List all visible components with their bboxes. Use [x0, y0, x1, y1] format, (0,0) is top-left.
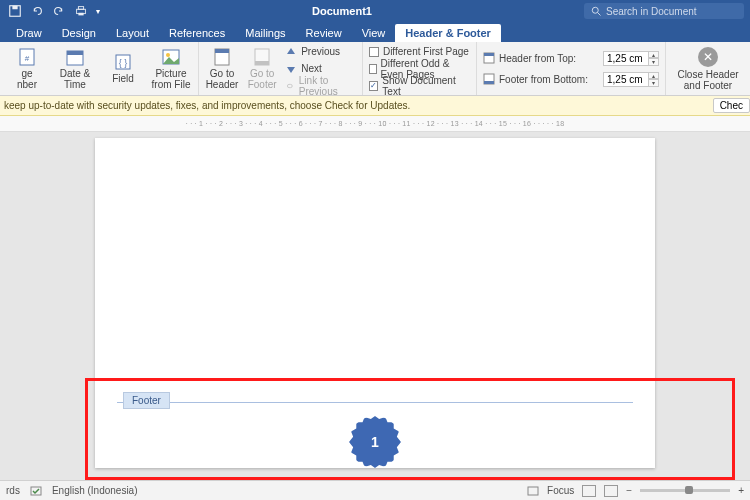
calendar-icon — [65, 47, 85, 67]
tab-header-footer[interactable]: Header & Footer — [395, 24, 501, 42]
link-previous-button: Link to Previous — [285, 78, 356, 93]
svg-text:{ }: { } — [119, 58, 128, 68]
header-top-spinner[interactable]: ▴▾ — [603, 51, 659, 66]
goto-header-button[interactable]: Go to Header — [205, 47, 239, 90]
svg-rect-18 — [255, 61, 269, 65]
svg-text:#: # — [25, 54, 30, 63]
svg-rect-16 — [215, 49, 229, 53]
page-number-icon: # — [17, 47, 37, 67]
spin-up-icon[interactable]: ▴ — [649, 72, 659, 80]
nav-stack: Previous Next Link to Previous — [285, 44, 356, 93]
save-icon[interactable] — [8, 4, 22, 18]
checkbox-checked-icon: ✓ — [369, 81, 378, 91]
spin-down-icon[interactable]: ▾ — [649, 79, 659, 87]
zoom-out-button[interactable]: − — [626, 485, 632, 496]
arrow-down-icon — [285, 63, 297, 75]
goto-header-icon — [212, 47, 232, 67]
focus-label[interactable]: Focus — [547, 485, 574, 496]
spin-up-icon[interactable]: ▴ — [649, 51, 659, 59]
search-placeholder: Search in Document — [606, 6, 697, 17]
zoom-thumb[interactable] — [685, 486, 693, 494]
document-title: Document1 — [100, 5, 584, 17]
footer-bottom-icon — [483, 73, 495, 85]
svg-rect-20 — [484, 53, 494, 56]
redo-icon[interactable] — [52, 4, 66, 18]
show-doc-checkbox[interactable]: ✓Show Document Text — [369, 78, 470, 93]
group-position: Header from Top: ▴▾ Footer from Bottom: … — [477, 42, 666, 95]
quick-access-toolbar: ▾ — [0, 4, 100, 18]
tab-layout[interactable]: Layout — [106, 24, 159, 42]
footer-separator — [117, 402, 633, 403]
previous-button[interactable]: Previous — [285, 44, 356, 59]
notice-text: keep up-to-date with security updates, f… — [4, 100, 410, 111]
checkbox-icon — [369, 64, 377, 74]
field-button[interactable]: { } Field — [102, 52, 144, 85]
date-time-button[interactable]: Date & Time — [54, 47, 96, 90]
language-indicator[interactable]: English (Indonesia) — [52, 485, 138, 496]
link-icon — [285, 80, 295, 92]
header-top-row: Header from Top: ▴▾ — [483, 51, 659, 66]
group-insert: # ge nber Date & Time { } Field Picture … — [0, 42, 199, 95]
ribbon-tabs: Draw Design Layout References Mailings R… — [0, 22, 750, 42]
group-navigation: Go to Header Go to Footer Previous Next … — [199, 42, 363, 95]
tab-references[interactable]: References — [159, 24, 235, 42]
word-count[interactable]: rds — [6, 485, 20, 496]
page-number-badge[interactable]: 1 — [353, 420, 397, 464]
goto-footer-button: Go to Footer — [245, 47, 279, 90]
horizontal-ruler[interactable]: · · · 1 · · · 2 · · · 3 · · · 4 · · · 5 … — [0, 116, 750, 132]
print-icon[interactable] — [74, 4, 88, 18]
svg-rect-3 — [78, 7, 83, 10]
tab-design[interactable]: Design — [52, 24, 106, 42]
page-number-button[interactable]: # ge nber — [6, 47, 48, 90]
title-bar: ▾ Document1 Search in Document — [0, 0, 750, 22]
group-close: ✕ Close Header and Footer — [666, 42, 750, 95]
group-options: Different First Page Different Odd & Eve… — [363, 42, 477, 95]
svg-line-6 — [598, 13, 601, 16]
tab-review[interactable]: Review — [296, 24, 352, 42]
web-layout-view-icon[interactable] — [604, 485, 618, 497]
tab-view[interactable]: View — [352, 24, 396, 42]
tab-mailings[interactable]: Mailings — [235, 24, 295, 42]
footer-bottom-row: Footer from Bottom: ▴▾ — [483, 72, 659, 87]
footer-bottom-input[interactable] — [603, 72, 649, 87]
field-icon: { } — [113, 52, 133, 72]
print-layout-view-icon[interactable] — [582, 485, 596, 497]
arrow-up-icon — [285, 46, 297, 58]
undo-icon[interactable] — [30, 4, 44, 18]
picture-icon — [161, 47, 181, 67]
focus-icon[interactable] — [527, 485, 539, 497]
picture-button[interactable]: Picture from File — [150, 47, 192, 90]
svg-rect-24 — [528, 487, 538, 495]
svg-rect-1 — [12, 6, 17, 10]
svg-rect-10 — [67, 51, 83, 55]
checkbox-icon — [369, 47, 379, 57]
svg-rect-4 — [78, 13, 83, 16]
tab-draw[interactable]: Draw — [6, 24, 52, 42]
footer-bottom-spinner[interactable]: ▴▾ — [603, 72, 659, 87]
search-box[interactable]: Search in Document — [584, 3, 744, 19]
search-icon — [590, 5, 602, 17]
close-icon: ✕ — [698, 47, 718, 67]
close-header-footer-button[interactable]: ✕ Close Header and Footer — [672, 47, 744, 91]
zoom-slider[interactable] — [640, 489, 730, 492]
header-top-input[interactable] — [603, 51, 649, 66]
svg-point-5 — [592, 7, 598, 13]
spellcheck-icon[interactable] — [30, 485, 42, 497]
status-bar: rds English (Indonesia) Focus − + — [0, 480, 750, 500]
ribbon: # ge nber Date & Time { } Field Picture … — [0, 42, 750, 96]
update-notice-bar: keep up-to-date with security updates, f… — [0, 96, 750, 116]
goto-footer-icon — [252, 47, 272, 67]
svg-point-14 — [166, 53, 170, 57]
document-area[interactable]: Footer 1 — [0, 132, 750, 480]
page[interactable]: Footer 1 — [95, 138, 655, 468]
check-updates-button[interactable]: Chec — [713, 98, 750, 113]
svg-rect-22 — [484, 81, 494, 84]
header-top-icon — [483, 52, 495, 64]
spin-down-icon[interactable]: ▾ — [649, 58, 659, 66]
zoom-in-button[interactable]: + — [738, 485, 744, 496]
footer-label[interactable]: Footer — [123, 392, 170, 409]
